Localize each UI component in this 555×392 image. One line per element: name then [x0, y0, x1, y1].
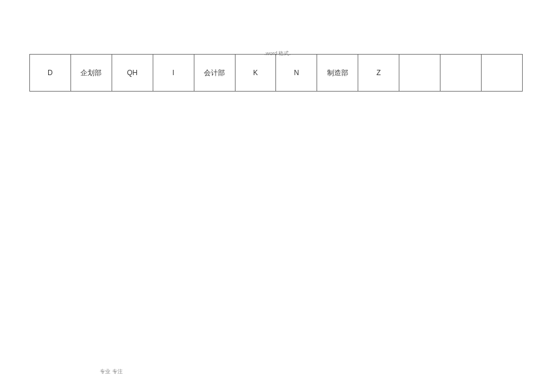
cell-manufacturing-dept: 制造部	[317, 55, 358, 92]
cell-empty-2	[440, 55, 482, 92]
data-table: D 企划部 QH I 会计部 K N 制造部 Z	[29, 54, 523, 92]
cell-empty-3	[481, 55, 522, 92]
cell-empty-1	[399, 55, 440, 92]
cell-accounting-dept: 会计部	[194, 55, 235, 92]
cell-i: I	[153, 55, 194, 92]
cell-k: K	[235, 55, 276, 92]
cell-planning-dept: 企划部	[70, 55, 112, 92]
cell-qh: QH	[112, 55, 153, 92]
cell-z: Z	[358, 55, 399, 92]
page-footer: 专业 专注	[100, 368, 123, 376]
table-container: D 企划部 QH I 会计部 K N 制造部 Z	[29, 54, 523, 92]
table-row: D 企划部 QH I 会计部 K N 制造部 Z	[30, 55, 523, 92]
cell-n: N	[276, 55, 317, 92]
cell-d: D	[30, 55, 71, 92]
